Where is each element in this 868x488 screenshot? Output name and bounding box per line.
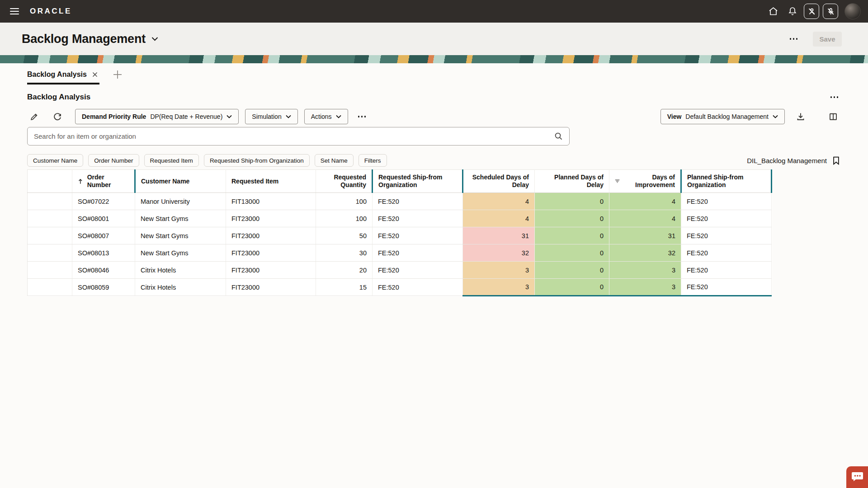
search-input[interactable] [34,132,554,140]
cell-customer[interactable]: New Start Gyms [135,227,226,244]
cell-planned[interactable]: 0 [535,193,609,210]
cell-qty[interactable]: 30 [316,244,373,262]
close-icon[interactable] [92,72,98,77]
cell-planorg[interactable]: FE:520 [681,227,772,244]
add-tab-icon[interactable] [112,69,123,80]
chat-launcher[interactable] [846,466,868,488]
cell-improve[interactable]: 4 [609,210,681,227]
mic-slash-icon[interactable] [823,4,838,19]
table-row[interactable]: SO#08059Citrix HotelsFIT2300015FE:520303… [28,279,772,296]
download-icon[interactable] [794,110,807,123]
cell-sel[interactable] [28,210,72,227]
cell-reqorg[interactable]: FE:520 [373,227,463,244]
cell-planorg[interactable]: FE:520 [681,262,772,279]
cell-customer[interactable]: Manor University [135,193,226,210]
bookmark-icon[interactable] [832,156,840,165]
cell-sched[interactable]: 3 [463,262,535,279]
notifications-bell-icon[interactable] [788,6,797,16]
cell-customer[interactable]: New Start Gyms [135,210,226,227]
menu-icon[interactable] [10,8,19,14]
column-header-customer-name[interactable]: Customer Name [135,170,226,193]
panel-overflow-menu-icon[interactable] [829,94,840,100]
actions-dropdown[interactable]: Actions [304,109,348,124]
table-row[interactable]: SO#08046Citrix HotelsFIT2300020FE:520303… [28,262,772,279]
table-row[interactable]: SO#08007New Start GymsFIT2300050FE:52031… [28,227,772,244]
cell-qty[interactable]: 100 [316,210,373,227]
column-header-requested-quantity[interactable]: Requested Quantity [316,170,373,193]
cell-planorg[interactable]: FE:520 [681,244,772,262]
chip-filters[interactable]: Filters [359,154,387,167]
column-header-planned-days-of-delay[interactable]: Planned Days of Delay [535,170,609,193]
view-dropdown[interactable]: View Default Backlog Management [660,109,785,124]
cell-improve[interactable]: 4 [609,193,681,210]
cell-sel[interactable] [28,193,72,210]
cell-reqorg[interactable]: FE:520 [373,244,463,262]
cell-qty[interactable]: 15 [316,279,373,296]
cell-qty[interactable]: 50 [316,227,373,244]
cell-item[interactable]: FIT13000 [226,193,316,210]
chip-order-number[interactable]: Order Number [88,154,139,167]
demand-priority-rule-dropdown[interactable]: Demand Priority Rule DP(Req Date + Reven… [75,109,239,124]
cell-reqorg[interactable]: FE:520 [373,262,463,279]
refresh-icon[interactable] [51,110,64,123]
split-view-icon[interactable] [826,110,840,123]
page-overflow-menu-icon[interactable] [788,36,800,42]
table-row[interactable]: SO#07022Manor UniversityFIT13000100FE:52… [28,193,772,210]
chip-customer-name[interactable]: Customer Name [27,154,83,167]
cell-improve[interactable]: 3 [609,279,681,296]
person-slash-icon[interactable] [804,4,819,19]
home-icon[interactable] [768,6,778,16]
column-header-days-of-improvement[interactable]: Days of Improvement [609,170,681,193]
cell-improve[interactable]: 32 [609,244,681,262]
cell-customer[interactable]: Citrix Hotels [135,262,226,279]
cell-item[interactable]: FIT23000 [226,279,316,296]
column-header-requested-ship-from-organization[interactable]: Requested Ship-from Organization [373,170,463,193]
cell-sched[interactable]: 3 [463,279,535,296]
cell-reqorg[interactable]: FE:520 [373,193,463,210]
toolbar-overflow-menu-icon[interactable] [356,114,368,119]
search-icon[interactable] [554,132,563,141]
page-title[interactable]: Backlog Management [22,32,158,46]
cell-improve[interactable]: 3 [609,262,681,279]
cell-order[interactable]: SO#08059 [72,279,135,296]
cell-planorg[interactable]: FE:520 [681,193,772,210]
cell-planned[interactable]: 0 [535,279,609,296]
simulation-dropdown[interactable]: Simulation [245,109,297,124]
cell-planorg[interactable]: FE:520 [681,279,772,296]
table-row[interactable]: SO#08013New Start GymsFIT2300030FE:52032… [28,244,772,262]
cell-sched[interactable]: 4 [463,210,535,227]
column-header-scheduled-days-of-delay[interactable]: Scheduled Days of Delay [463,170,535,193]
cell-reqorg[interactable]: FE:520 [373,279,463,296]
tab-backlog-analysis[interactable]: Backlog Analysis [27,68,99,84]
table-row[interactable]: SO#08001New Start GymsFIT23000100FE:5204… [28,210,772,227]
chip-requested-ship-from-organization[interactable]: Requested Ship-from Organization [204,154,310,167]
cell-qty[interactable]: 100 [316,193,373,210]
cell-sel[interactable] [28,227,72,244]
cell-customer[interactable]: New Start Gyms [135,244,226,262]
chip-set-name[interactable]: Set Name [315,154,354,167]
cell-planned[interactable]: 0 [535,262,609,279]
cell-sel[interactable] [28,262,72,279]
cell-order[interactable]: SO#08007 [72,227,135,244]
cell-sel[interactable] [28,279,72,296]
user-avatar[interactable] [844,3,861,19]
cell-customer[interactable]: Citrix Hotels [135,279,226,296]
cell-item[interactable]: FIT23000 [226,227,316,244]
cell-sched[interactable]: 32 [463,244,535,262]
column-header-order-number[interactable]: Order Number [72,170,135,193]
cell-order[interactable]: SO#08046 [72,262,135,279]
column-header-selector[interactable] [28,170,72,193]
cell-sel[interactable] [28,244,72,262]
cell-planned[interactable]: 0 [535,210,609,227]
cell-item[interactable]: FIT23000 [226,210,316,227]
save-button[interactable]: Save [813,32,842,47]
cell-sched[interactable]: 31 [463,227,535,244]
cell-order[interactable]: SO#08013 [72,244,135,262]
cell-qty[interactable]: 20 [316,262,373,279]
column-header-requested-item[interactable]: Requested Item [226,170,316,193]
edit-pencil-icon[interactable] [27,110,41,123]
cell-item[interactable]: FIT23000 [226,244,316,262]
cell-improve[interactable]: 31 [609,227,681,244]
cell-planned[interactable]: 0 [535,227,609,244]
cell-item[interactable]: FIT23000 [226,262,316,279]
